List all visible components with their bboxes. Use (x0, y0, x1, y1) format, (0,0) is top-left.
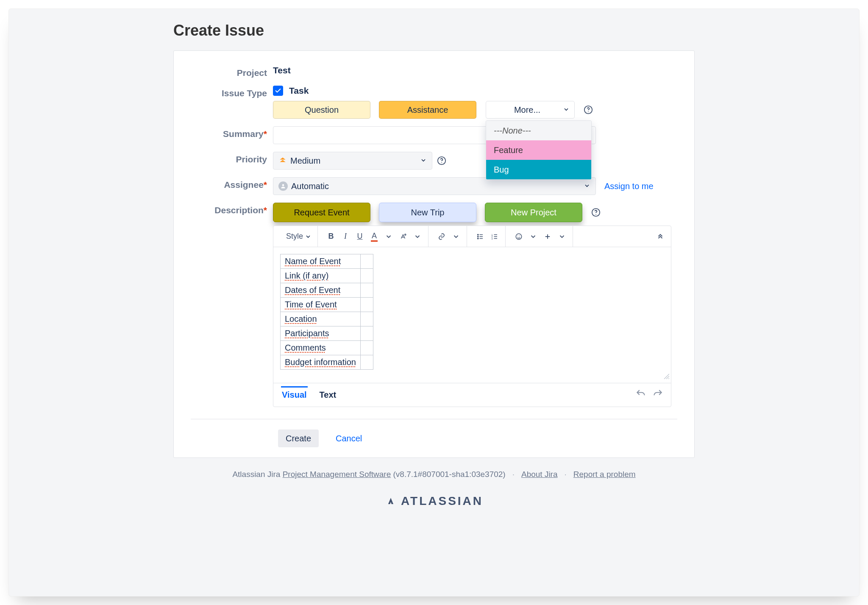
issue-type-more-select[interactable]: More... ---None--- Feature Bug (486, 101, 575, 119)
toolbar-collapse-button[interactable] (657, 231, 664, 242)
user-avatar-icon (278, 181, 288, 191)
chevron-down-icon[interactable] (556, 230, 568, 243)
table-cell (360, 355, 373, 370)
editor-tab-text[interactable]: Text (319, 388, 337, 402)
assignee-value: Automatic (291, 181, 329, 191)
table-cell: Name of Event (281, 254, 361, 269)
footer-report-link[interactable]: Report a problem (573, 470, 636, 479)
create-button[interactable]: Create (278, 429, 319, 447)
table-cell (360, 269, 373, 283)
priority-value: Medium (290, 156, 320, 166)
toolbar-underline-button[interactable]: U (353, 230, 366, 243)
task-icon (273, 86, 283, 96)
toolbar-bullet-list-button[interactable] (474, 230, 487, 243)
footer-about-link[interactable]: About Jira (521, 470, 558, 479)
project-value: Test (273, 65, 291, 75)
assignee-select[interactable]: Automatic (273, 177, 596, 195)
table-cell (360, 254, 373, 269)
table-cell (360, 341, 373, 355)
editor-tabs: Visual Text (273, 383, 671, 407)
table-row: Dates of Event (281, 283, 373, 298)
issue-type-question-button[interactable]: Question (273, 101, 370, 119)
table-row: Name of Event (281, 254, 373, 269)
toolbar-style-menu[interactable]: Style (284, 232, 313, 241)
chevron-down-icon[interactable] (527, 230, 540, 243)
svg-point-8 (478, 234, 479, 235)
svg-point-22 (520, 235, 520, 236)
chevron-down-icon (584, 181, 590, 191)
redo-button[interactable] (652, 388, 663, 401)
template-new-project-button[interactable]: New Project (485, 203, 582, 222)
toolbar-emoji-button[interactable] (512, 230, 525, 243)
svg-point-7 (405, 234, 406, 235)
editor-tab-visual[interactable]: Visual (281, 386, 308, 402)
toolbar-italic-button[interactable]: I (339, 230, 352, 243)
table-cell: Location (281, 312, 361, 326)
svg-point-20 (516, 234, 522, 240)
atlassian-logo-icon (385, 495, 397, 507)
editor-toolbar: Style B I U A (273, 226, 671, 247)
table-cell: Budget information (281, 355, 361, 370)
issue-type-assistance-button[interactable]: Assistance (379, 101, 476, 119)
atlassian-brand-text: ATLASSIAN (401, 494, 483, 508)
table-row: Link (if any) (281, 269, 373, 283)
svg-point-10 (478, 238, 479, 239)
label-summary: Summary* (191, 126, 273, 139)
help-icon[interactable] (583, 105, 593, 115)
chevron-down-icon[interactable] (411, 230, 424, 243)
svg-point-6 (595, 214, 596, 215)
template-new-trip-button[interactable]: New Trip (379, 203, 476, 222)
table-row: Comments (281, 341, 373, 355)
table-row: Budget information (281, 355, 373, 370)
table-cell: Comments (281, 341, 361, 355)
assign-to-me-link[interactable]: Assign to me (604, 181, 654, 191)
cancel-button[interactable]: Cancel (328, 429, 370, 447)
more-option-none[interactable]: ---None--- (486, 121, 591, 140)
table-row: Participants (281, 326, 373, 341)
table-cell (360, 283, 373, 298)
footer-version: (v8.7.1#807001-sha1:03e3702) (391, 470, 505, 479)
more-option-bug[interactable]: Bug (486, 160, 591, 179)
create-issue-panel: Project Test Issue Type Task Question As… (173, 50, 695, 458)
label-assignee: Assignee* (191, 177, 273, 190)
page-title: Create Issue (173, 22, 695, 39)
label-project: Project (191, 65, 273, 78)
issue-type-more-dropdown: ---None--- Feature Bug (486, 120, 592, 180)
table-cell (360, 326, 373, 341)
toolbar-more-format-button[interactable] (397, 230, 409, 243)
toolbar-numbered-list-button[interactable]: 123 (488, 230, 501, 243)
svg-line-27 (668, 378, 669, 379)
table-cell: Link (if any) (281, 269, 361, 283)
priority-medium-icon (278, 156, 287, 165)
svg-point-9 (478, 236, 479, 237)
svg-point-3 (441, 162, 442, 163)
chevron-down-icon[interactable] (450, 230, 462, 243)
label-priority: Priority (191, 152, 273, 164)
resize-handle-icon[interactable] (662, 371, 669, 381)
svg-text:3: 3 (492, 237, 493, 240)
atlassian-brand: ATLASSIAN (385, 494, 483, 508)
table-row: Time of Event (281, 298, 373, 312)
help-icon[interactable] (591, 207, 601, 217)
more-option-feature[interactable]: Feature (486, 140, 591, 160)
footer-pms-link[interactable]: Project Management Software (283, 470, 391, 479)
chevron-down-icon[interactable] (382, 230, 395, 243)
toolbar-bold-button[interactable]: B (325, 230, 337, 243)
toolbar-link-button[interactable] (435, 230, 448, 243)
svg-point-21 (517, 235, 518, 236)
toolbar-insert-button[interactable] (541, 230, 554, 243)
editor-body[interactable]: Name of EventLink (if any)Dates of Event… (273, 247, 671, 383)
undo-button[interactable] (635, 388, 646, 401)
priority-select[interactable]: Medium (273, 152, 432, 170)
table-cell (360, 312, 373, 326)
table-cell: Dates of Event (281, 283, 361, 298)
issue-type-value: Task (289, 86, 309, 96)
toolbar-text-color-button[interactable]: A (368, 230, 381, 243)
footer-prefix: Atlassian Jira (232, 470, 282, 479)
label-issue-type: Issue Type (191, 86, 273, 98)
table-cell (360, 298, 373, 312)
footer: Atlassian Jira Project Management Softwa… (232, 470, 635, 479)
table-cell: Time of Event (281, 298, 361, 312)
help-icon[interactable] (437, 156, 447, 166)
template-request-event-button[interactable]: Request Event (273, 203, 370, 222)
